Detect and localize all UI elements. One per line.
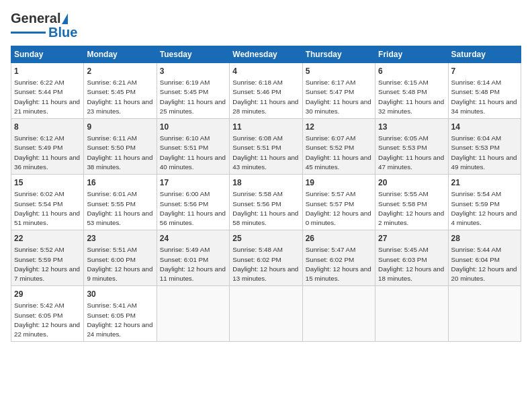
sunset-info: Sunset: 5:50 PM: [87, 144, 135, 151]
daylight-info: Daylight: 12 hours and 9 minutes.: [87, 265, 152, 282]
week-row-5: 29Sunrise: 5:42 AMSunset: 6:05 PMDayligh…: [11, 286, 521, 342]
calendar-cell: [448, 286, 521, 342]
calendar-cell: 27Sunrise: 5:45 AMSunset: 6:03 PMDayligh…: [375, 230, 448, 286]
calendar-cell: 7Sunrise: 6:14 AMSunset: 5:48 PMDaylight…: [448, 63, 521, 119]
calendar-cell: 20Sunrise: 5:55 AMSunset: 5:58 PMDayligh…: [375, 175, 448, 230]
sunset-info: Sunset: 5:55 PM: [87, 200, 135, 208]
calendar-cell: 29Sunrise: 5:42 AMSunset: 6:05 PMDayligh…: [11, 286, 84, 342]
day-number: 16: [87, 177, 153, 188]
sunrise-info: Sunrise: 5:44 AM: [451, 246, 502, 253]
day-number: 17: [160, 177, 226, 188]
sunrise-info: Sunrise: 6:14 AM: [451, 79, 502, 86]
sunset-info: Sunset: 5:45 PM: [160, 88, 208, 95]
sunrise-info: Sunrise: 6:01 AM: [87, 190, 137, 197]
calendar-cell: 5Sunrise: 6:17 AMSunset: 5:47 PMDaylight…: [302, 63, 375, 119]
sunset-info: Sunset: 6:00 PM: [87, 256, 135, 263]
sunset-info: Sunset: 6:04 PM: [451, 256, 500, 263]
day-number: 28: [451, 233, 518, 244]
day-number: 26: [306, 233, 372, 244]
day-number: 21: [451, 177, 518, 188]
sunrise-info: Sunrise: 6:21 AM: [87, 79, 137, 86]
day-number: 13: [378, 122, 445, 132]
sunset-info: Sunset: 5:59 PM: [451, 200, 500, 208]
weekday-row: SundayMondayTuesdayWednesdayThursdayFrid…: [11, 46, 521, 63]
day-number: 19: [306, 177, 372, 188]
logo-line-icon: [11, 32, 46, 34]
sunset-info: Sunset: 5:49 PM: [14, 144, 62, 151]
calendar-cell: 2Sunrise: 6:21 AMSunset: 5:45 PMDaylight…: [84, 63, 157, 119]
daylight-info: Daylight: 12 hours and 13 minutes.: [232, 265, 298, 282]
weekday-header-friday: Friday: [375, 46, 448, 63]
daylight-info: Daylight: 11 hours and 34 minutes.: [451, 98, 517, 115]
sunset-info: Sunset: 6:02 PM: [306, 256, 354, 263]
sunrise-info: Sunrise: 6:19 AM: [160, 79, 210, 86]
daylight-info: Daylight: 11 hours and 38 minutes.: [87, 154, 152, 171]
sunset-info: Sunset: 5:44 PM: [14, 88, 62, 95]
day-number: 8: [14, 122, 81, 132]
calendar-cell: 18Sunrise: 5:58 AMSunset: 5:56 PMDayligh…: [230, 175, 302, 230]
sunset-info: Sunset: 5:57 PM: [306, 200, 354, 208]
sunrise-info: Sunrise: 6:12 AM: [14, 134, 64, 142]
sunset-info: Sunset: 5:48 PM: [451, 88, 500, 95]
daylight-info: Daylight: 11 hours and 53 minutes.: [87, 210, 152, 226]
daylight-info: Daylight: 11 hours and 28 minutes.: [232, 98, 298, 115]
daylight-info: Daylight: 11 hours and 25 minutes.: [160, 98, 226, 115]
calendar-cell: 28Sunrise: 5:44 AMSunset: 6:04 PMDayligh…: [448, 230, 521, 286]
calendar-cell: 17Sunrise: 6:00 AMSunset: 5:56 PMDayligh…: [157, 175, 229, 230]
daylight-info: Daylight: 11 hours and 32 minutes.: [378, 98, 444, 115]
calendar-cell: 10Sunrise: 6:10 AMSunset: 5:51 PMDayligh…: [157, 119, 229, 175]
daylight-info: Daylight: 12 hours and 20 minutes.: [451, 265, 517, 282]
day-number: 3: [160, 66, 226, 77]
calendar-cell: 26Sunrise: 5:47 AMSunset: 6:02 PMDayligh…: [302, 230, 375, 286]
sunrise-info: Sunrise: 6:18 AM: [232, 79, 283, 86]
sunrise-info: Sunrise: 5:52 AM: [14, 246, 64, 253]
sunrise-info: Sunrise: 5:42 AM: [14, 302, 64, 309]
calendar-cell: 25Sunrise: 5:48 AMSunset: 6:02 PMDayligh…: [230, 230, 302, 286]
daylight-info: Daylight: 11 hours and 56 minutes.: [160, 210, 226, 226]
calendar-cell: 22Sunrise: 5:52 AMSunset: 5:59 PMDayligh…: [11, 230, 84, 286]
daylight-info: Daylight: 12 hours and 22 minutes.: [14, 321, 80, 338]
calendar-cell: 12Sunrise: 6:07 AMSunset: 5:52 PMDayligh…: [302, 119, 375, 175]
daylight-info: Daylight: 12 hours and 2 minutes.: [378, 210, 444, 226]
sunrise-info: Sunrise: 5:45 AM: [378, 246, 429, 253]
daylight-info: Daylight: 11 hours and 51 minutes.: [14, 210, 80, 226]
week-row-3: 15Sunrise: 6:02 AMSunset: 5:54 PMDayligh…: [11, 175, 521, 230]
weekday-header-thursday: Thursday: [302, 46, 375, 63]
calendar-cell: [230, 286, 302, 342]
day-number: 15: [14, 177, 81, 188]
sunset-info: Sunset: 5:54 PM: [14, 200, 62, 208]
calendar-cell: 16Sunrise: 6:01 AMSunset: 5:55 PMDayligh…: [84, 175, 157, 230]
sunrise-info: Sunrise: 6:00 AM: [160, 190, 210, 197]
daylight-info: Daylight: 12 hours and 0 minutes.: [306, 210, 371, 226]
calendar-cell: 19Sunrise: 5:57 AMSunset: 5:57 PMDayligh…: [302, 175, 375, 230]
sunrise-info: Sunrise: 6:15 AM: [378, 79, 429, 86]
weekday-header-tuesday: Tuesday: [157, 46, 229, 63]
daylight-info: Daylight: 11 hours and 40 minutes.: [160, 154, 226, 171]
daylight-info: Daylight: 11 hours and 43 minutes.: [232, 154, 298, 171]
sunset-info: Sunset: 5:51 PM: [232, 144, 281, 151]
daylight-info: Daylight: 11 hours and 23 minutes.: [87, 98, 152, 115]
logo: General Blue: [11, 11, 77, 40]
calendar-cell: 21Sunrise: 5:54 AMSunset: 5:59 PMDayligh…: [448, 175, 521, 230]
sunset-info: Sunset: 5:48 PM: [378, 88, 427, 95]
calendar-cell: 8Sunrise: 6:12 AMSunset: 5:49 PMDaylight…: [11, 119, 84, 175]
daylight-info: Daylight: 12 hours and 15 minutes.: [306, 265, 371, 282]
day-number: 1: [14, 66, 81, 77]
sunrise-info: Sunrise: 5:51 AM: [87, 246, 137, 253]
calendar-cell: 14Sunrise: 6:04 AMSunset: 5:53 PMDayligh…: [448, 119, 521, 175]
weekday-header-sunday: Sunday: [11, 46, 84, 63]
sunset-info: Sunset: 5:59 PM: [14, 256, 62, 263]
day-number: 23: [87, 233, 153, 244]
sunset-info: Sunset: 6:03 PM: [378, 256, 427, 263]
daylight-info: Daylight: 11 hours and 47 minutes.: [378, 154, 444, 171]
day-number: 29: [14, 289, 81, 300]
sunrise-info: Sunrise: 6:07 AM: [306, 134, 356, 142]
sunset-info: Sunset: 6:02 PM: [232, 256, 281, 263]
week-row-2: 8Sunrise: 6:12 AMSunset: 5:49 PMDaylight…: [11, 119, 521, 175]
daylight-info: Daylight: 12 hours and 24 minutes.: [87, 321, 152, 338]
sunset-info: Sunset: 5:53 PM: [451, 144, 500, 151]
day-number: 12: [306, 122, 372, 132]
daylight-info: Daylight: 11 hours and 45 minutes.: [306, 154, 371, 171]
weekday-header-saturday: Saturday: [448, 46, 521, 63]
day-number: 25: [232, 233, 299, 244]
